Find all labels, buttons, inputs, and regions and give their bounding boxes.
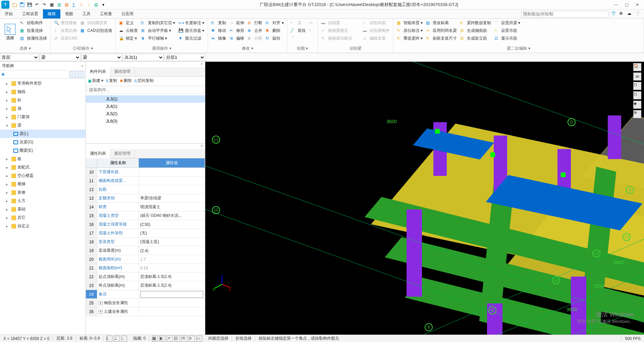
nav-view1-icon[interactable] xyxy=(69,71,76,78)
floor-select[interactable]: 首层 xyxy=(0,54,39,61)
property-row[interactable]: 20截面周长(m)1.7 xyxy=(86,255,205,264)
property-row[interactable]: 17混凝土外加剂(无) xyxy=(86,229,205,238)
property-value[interactable]: 单梁/连续梁 xyxy=(139,194,205,202)
group-label-generic[interactable]: 通用操作 ▾ xyxy=(118,45,206,52)
nav-item[interactable]: ▸柱 xyxy=(0,96,86,104)
vp-home-icon[interactable]: 🏠 xyxy=(633,63,641,71)
copy[interactable]: ⎘复制 xyxy=(210,19,227,27)
parallel-aux-axis[interactable]: ⋕平行辅轴 ▾ xyxy=(140,35,176,42)
sb-icon-10[interactable]: ▭ xyxy=(196,336,202,342)
group-label-cad[interactable]: CAD操作 ▾ xyxy=(53,45,113,52)
property-value-input[interactable] xyxy=(140,291,203,298)
component-item[interactable]: JL4(1) xyxy=(86,103,205,110)
nav-close-icon[interactable]: × xyxy=(81,64,84,68)
set-arch-beam[interactable]: ⌒设置拱梁 ▾ xyxy=(493,19,522,27)
qat-open-icon[interactable] xyxy=(12,2,17,7)
property-row[interactable]: 22起点顶标高(m)层顶标高-1.5(2.4) xyxy=(86,273,205,281)
check-elevation[interactable]: ▤查改标高 xyxy=(425,19,458,27)
tab-quantity[interactable]: 工程量 xyxy=(95,9,117,18)
help-gear-icon[interactable]: ⚙ xyxy=(619,11,625,17)
show-stirrup[interactable]: ☑显示吊筋 xyxy=(493,35,522,42)
minimize-button[interactable]: — xyxy=(612,2,620,7)
nav-item[interactable]: ▸装修 xyxy=(0,188,86,197)
property-value[interactable] xyxy=(139,290,205,298)
sb-icon-9[interactable]: ≡ xyxy=(189,336,195,342)
nav-item[interactable]: ▸板 xyxy=(0,155,86,163)
property-row[interactable]: 10下部通长筋 xyxy=(86,168,205,177)
beam-span-data-copy[interactable]: ⎘梁跨数据复制 xyxy=(459,19,492,27)
qat-icon-6[interactable]: ▤ xyxy=(93,2,99,7)
comp-copy[interactable]: ⎘复制 xyxy=(106,78,117,84)
property-value[interactable] xyxy=(139,185,205,194)
property-value[interactable]: 层顶标高-1.5(2.4) xyxy=(139,273,205,281)
qat-icon-3[interactable]: ▨ xyxy=(64,2,69,7)
group-label-beam-edit[interactable]: 梁二次编辑 ▾ xyxy=(395,45,642,52)
vp-cube-icon[interactable]: ◻ xyxy=(633,82,641,90)
delete[interactable]: ✖删除 xyxy=(264,27,285,34)
tab-start[interactable]: 开始 xyxy=(0,9,17,18)
length-annotation[interactable]: ⟷长度标注 ▾ xyxy=(177,19,206,27)
property-row[interactable]: 24备注 xyxy=(86,290,205,299)
nav-item[interactable]: ▸轴线 xyxy=(0,88,86,96)
property-value[interactable]: 0.15 xyxy=(139,264,205,272)
tab-layer-mgmt[interactable]: 图层管理 xyxy=(110,149,135,158)
nav-item[interactable]: ▸基础 xyxy=(0,205,86,213)
group-label-draw[interactable]: 绘图 ▾ xyxy=(289,45,316,52)
auto-align-slab[interactable]: ⊞自动平齐板 ▾ xyxy=(140,27,176,34)
vp-2d-icon[interactable]: 2D xyxy=(633,72,641,81)
comp-delete[interactable]: ✖删除 xyxy=(120,78,132,84)
qat-save-icon[interactable] xyxy=(19,2,25,7)
sb-icon-4[interactable]: ▦ xyxy=(152,336,158,342)
offset[interactable]: ⇉偏移 xyxy=(228,35,246,42)
ribbon-search-input[interactable] xyxy=(521,11,608,17)
qat-ruler-icon[interactable]: ⟊ xyxy=(86,2,91,7)
property-value[interactable]: 现浇混凝土 xyxy=(139,203,205,211)
property-value[interactable] xyxy=(139,307,205,316)
property-row[interactable]: 14材质现浇混凝土 xyxy=(86,203,205,211)
category-select[interactable]: 梁 xyxy=(40,54,80,61)
component-select[interactable]: JL3(1) xyxy=(123,54,164,61)
expand-icon[interactable]: + xyxy=(99,301,103,305)
refresh-support-size[interactable]: ↻刷新支座尺寸 xyxy=(425,35,458,42)
apply-same-name-beam[interactable]: ⇒应用到同名梁 xyxy=(425,27,458,34)
property-row[interactable]: 12拉筋 xyxy=(86,185,205,194)
pick-component[interactable]: ↖拾取构件 xyxy=(19,19,48,27)
sb-icon-5[interactable]: ◐ xyxy=(159,336,165,342)
property-row[interactable]: 35+土建业务属性 xyxy=(86,307,205,316)
element-save[interactable]: 💾图元存盘 ▾ xyxy=(177,27,206,34)
qat-saveas-icon[interactable]: 💾 xyxy=(27,2,32,7)
break[interactable]: ⊘打断 xyxy=(246,19,264,27)
nav-item[interactable]: ▸装配式 xyxy=(0,163,86,172)
comp-new[interactable]: ▣新建 ▾ xyxy=(88,78,103,84)
tab-tools[interactable]: 工具 xyxy=(78,9,95,18)
copy-to-floor[interactable]: ⎘复制到其它层 ▾ xyxy=(140,19,176,27)
tab-component-list[interactable]: 构件列表 xyxy=(86,67,110,77)
comp-panel-close-icon[interactable]: × xyxy=(199,62,205,67)
property-value[interactable]: 1.7 xyxy=(139,255,205,263)
maximize-button[interactable]: ▢ xyxy=(623,2,631,7)
mirror[interactable]: ⇋镜像 xyxy=(210,35,227,42)
repick-beam-span[interactable]: ↻重提梁跨 ▾ xyxy=(395,35,424,42)
qat-icon-1[interactable]: ▦ xyxy=(49,2,54,7)
nav-tree[interactable]: ▸常用构件类型▸轴线▸柱▸墙▸门窗洞▾梁梁(L)连梁(G)圈梁(E)▸板▸装配式… xyxy=(0,79,86,335)
nav-pin-icon[interactable]: ✚ xyxy=(1,72,5,77)
lock[interactable]: 🔒锁定 ▾ xyxy=(118,35,139,42)
status-cross-layer[interactable]: 跨图层选择 xyxy=(205,336,232,341)
define[interactable]: ▣定义 xyxy=(118,19,139,27)
nav-item[interactable]: ▾梁 xyxy=(0,121,86,130)
smart-layout[interactable]: ▦智能布置 ▾ xyxy=(395,19,424,27)
qat-dropdown-icon[interactable]: ▾ xyxy=(101,2,106,7)
group-label-select[interactable]: 选择 ▾ xyxy=(2,45,48,52)
property-value[interactable] xyxy=(139,177,205,185)
property-row[interactable]: 19泵送高度(m)(2.4) xyxy=(86,246,205,255)
nav-item[interactable]: ▸门窗洞 xyxy=(0,113,86,121)
property-value[interactable]: (C30) xyxy=(139,220,205,229)
property-value[interactable]: (混凝土泵) xyxy=(139,238,205,246)
property-row[interactable]: 25+钢筋业务属性 xyxy=(86,299,205,307)
close-button[interactable]: ✕ xyxy=(633,2,641,7)
align[interactable]: ⊫对齐 ▾ xyxy=(264,19,285,27)
vp-iso-icon[interactable]: ◈ xyxy=(633,101,641,109)
sb-icon-3[interactable]: ∟ xyxy=(121,336,127,342)
tab-cloud[interactable]: 云应用 xyxy=(117,9,138,18)
set-stirrup[interactable]: ⎍设置吊筋 xyxy=(493,27,522,34)
